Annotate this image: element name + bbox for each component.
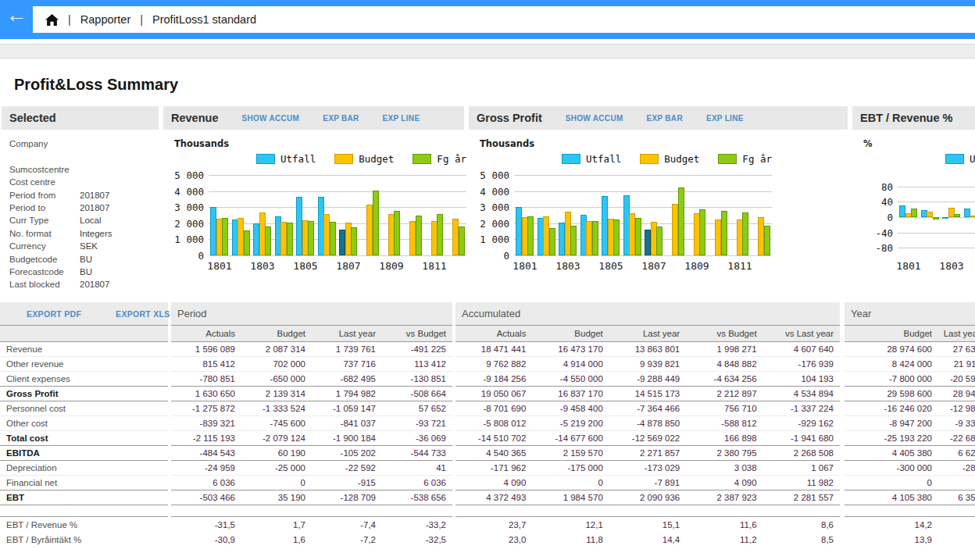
cell: -32,5 — [382, 535, 452, 544]
y-tick-label: -40 — [862, 227, 893, 239]
breadcrumb-section[interactable]: Rapporter — [80, 13, 130, 26]
bar-fg-år-1804 — [592, 221, 598, 255]
back-button[interactable]: ← — [0, 0, 33, 33]
chart-unit-label: % — [863, 138, 873, 149]
y-tick-label: 2 000 — [173, 218, 204, 230]
cell: -25 193 220 — [845, 433, 934, 443]
cell: 57 652 — [382, 404, 452, 413]
table-row: Other cost — [0, 416, 168, 431]
cell: 28 974 600 — [845, 344, 934, 354]
cell: -22 682 — [934, 433, 975, 443]
y-tick-label: 4 000 — [478, 186, 509, 198]
table-group-period: PeriodActualsBudgetLast yearvs Budget1 5… — [171, 302, 452, 547]
cell: 2 387 923 — [686, 493, 762, 502]
panel-link-exp-bar[interactable]: EXP BAR — [647, 114, 683, 123]
cell: -839 321 — [171, 419, 241, 428]
bar-utfall-1803 — [942, 217, 948, 219]
table-row: 4 0900-7 8914 09011 982 — [455, 476, 840, 490]
bar-fg-år-1801 — [527, 216, 534, 255]
cell: -484 543 — [171, 448, 241, 458]
panel-link-exp-line[interactable]: EXP LINE — [383, 114, 420, 123]
cell: 4 105 380 — [845, 493, 934, 502]
table-row: 23,712,115,111,68,6 — [455, 517, 840, 532]
legend-swatch — [640, 154, 659, 164]
legend-swatch — [945, 154, 964, 164]
column-header-band: BudgetLast year — [845, 326, 975, 342]
export-pdf-link[interactable]: EXPORT PDF — [27, 309, 81, 319]
topbar: ← | Rapporter | ProfitLoss1 standard — [0, 0, 975, 39]
table-row — [845, 505, 975, 517]
table-row: Personnel cost — [0, 401, 168, 416]
panel-link-show-accum[interactable]: SHOW ACCUM — [566, 114, 623, 123]
cell: -588 812 — [686, 419, 762, 428]
bar-fg-år-1807 — [351, 227, 357, 255]
column-header-band — [0, 326, 168, 342]
selected-panel-body: CompanySumcostcentreCost centrePeriod fr… — [2, 130, 159, 289]
export-xls-link[interactable]: EXPORT XLS — [116, 309, 170, 319]
panel-link-exp-bar[interactable]: EXP BAR — [323, 114, 359, 123]
table-row: -30,91,6-7,2-32,5 — [171, 532, 452, 547]
cell: 8,5 — [763, 535, 840, 544]
table-row: -5 808 012-5 219 200-4 878 850-588 812-9… — [455, 416, 840, 431]
table-row: 8 424 00021 911 — [845, 357, 975, 372]
cell: -105 202 — [312, 448, 382, 458]
cell: 6 628 — [934, 448, 975, 458]
cell: -491 225 — [382, 344, 452, 354]
cell: 2 212 897 — [686, 389, 762, 398]
cell: -9 458 400 — [532, 404, 609, 413]
y-tick-label: 0 — [173, 250, 204, 262]
row-label: EBT / Revenue % — [0, 520, 168, 530]
x-tick-label: 1805 — [594, 260, 628, 272]
cell: -176 939 — [763, 359, 840, 369]
table-row: 29 598 60028 945 — [845, 387, 975, 401]
y-tick-label: 3 000 — [173, 202, 204, 213]
column-header-band: ActualsBudgetLast yearvs Budgetvs Last y… — [455, 326, 840, 342]
cell: -175 000 — [532, 463, 609, 473]
table-group-labels: EXPORT PDFEXPORT XLSRevenueOther revenue… — [0, 302, 168, 547]
cell: -841 037 — [312, 419, 382, 428]
table-section: EXPORT PDFEXPORT XLSRevenueOther revenue… — [0, 302, 975, 547]
cell: 60 190 — [241, 448, 312, 458]
y-tick-label: 4 000 — [173, 186, 204, 198]
cell: -33,2 — [382, 520, 452, 530]
cell: 16 473 170 — [532, 344, 609, 354]
gridline — [514, 175, 772, 176]
table-row: 09 — [845, 476, 975, 490]
cell: 4 534 894 — [763, 389, 840, 398]
table-row: Depreciation — [0, 461, 168, 476]
table-row: -9 184 256-4 550 000-9 288 449-4 634 256… — [455, 372, 840, 387]
row-label: EBT / Byråintäkt % — [0, 535, 168, 544]
breadcrumb-separator: | — [140, 13, 143, 26]
cell: -929 162 — [763, 419, 840, 428]
table-row: 4 540 3652 159 5702 271 8572 380 7952 26… — [455, 446, 840, 461]
table-row: EBT / Revenue % — [0, 517, 168, 532]
selected-field-value: Integers — [80, 227, 112, 240]
panel-gross-profit: Gross ProfitSHOW ACCUMEXP BAREXP LINETho… — [469, 106, 848, 289]
gridline — [898, 187, 975, 187]
table-row: 4 105 3806 351 — [845, 490, 975, 505]
table-group-year: YearBudgetLast year28 974 60027 6338 424… — [845, 302, 975, 547]
selected-field-label: Budgetcode — [9, 253, 80, 266]
cell: 14,2 — [845, 520, 934, 530]
cell: 1 596 089 — [171, 344, 241, 354]
legend-label: Utfall — [586, 153, 621, 165]
panel-header-ebt-revenue: EBT / Revenue %SHOW ACCUM — [852, 106, 975, 130]
gridline — [209, 255, 466, 256]
cell: 23,7 — [455, 520, 532, 530]
selected-field-label: Currency — [9, 240, 80, 252]
panel-link-show-accum[interactable]: SHOW ACCUM — [241, 114, 299, 123]
home-icon[interactable] — [45, 14, 59, 26]
cell: -1 275 872 — [171, 404, 241, 413]
column-header: Last year — [609, 329, 686, 338]
x-tick-label: 1801 — [891, 260, 926, 272]
cell: 4 372 493 — [455, 493, 532, 502]
gridline — [209, 175, 466, 176]
table-row: EBT / Byråintäkt % — [0, 532, 168, 547]
cell: 104 193 — [763, 374, 840, 383]
selected-field-label: Last blocked — [9, 278, 80, 291]
panel-revenue: RevenueSHOW ACCUMEXP BAREXP LINEThousand… — [163, 106, 464, 289]
bar-budget-1804 — [970, 216, 975, 217]
y-tick-label: 2 000 — [478, 218, 509, 230]
cell: 2 087 314 — [241, 344, 312, 354]
panel-link-exp-line[interactable]: EXP LINE — [706, 114, 744, 123]
